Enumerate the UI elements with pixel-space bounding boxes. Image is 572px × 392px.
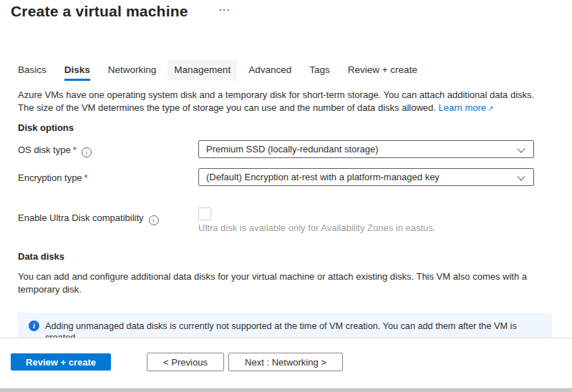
chevron-down-icon: [517, 144, 525, 152]
create-vm-page: Create a virtual machine ··· Basics Disk…: [0, 0, 572, 392]
disk-options-heading: Disk options: [18, 122, 74, 133]
tab-review-create[interactable]: Review + create: [348, 60, 417, 81]
ultra-disk-helper-text: Ultra disk is available only for Availab…: [198, 222, 435, 233]
ultra-disk-label-text: Enable Ultra Disk compatibility: [18, 212, 144, 223]
os-disk-type-label: OS disk type*i: [18, 144, 92, 157]
encryption-type-value: (Default) Encryption at-rest with a plat…: [206, 172, 440, 182]
review-create-button[interactable]: Review + create: [11, 353, 111, 371]
intro-text: Azure VMs have one operating system disk…: [18, 89, 559, 114]
data-disks-description: You can add and configure additional dat…: [18, 270, 551, 295]
encryption-type-label-text: Encryption type: [18, 172, 82, 183]
window-bottom-edge: [0, 388, 572, 392]
intro-line2: The size of the VM determines the type o…: [18, 102, 436, 113]
tab-networking[interactable]: Networking: [108, 60, 157, 81]
external-link-icon: ↗: [488, 104, 493, 112]
tab-bar: Basics Disks Networking Management Advan…: [18, 60, 417, 81]
data-disks-heading: Data disks: [18, 251, 64, 262]
os-disk-type-value: Premium SSD (locally-redundant storage): [206, 144, 379, 155]
required-asterisk: *: [84, 172, 88, 183]
ultra-disk-checkbox[interactable]: [198, 207, 211, 220]
chevron-down-icon: [517, 172, 525, 180]
tab-tags[interactable]: Tags: [309, 60, 330, 81]
info-icon[interactable]: i: [82, 147, 92, 157]
intro-line1: Azure VMs have one operating system disk…: [18, 89, 559, 102]
learn-more-link[interactable]: Learn more: [439, 102, 486, 113]
info-banner-icon: i: [29, 320, 39, 331]
tab-basics[interactable]: Basics: [18, 60, 47, 81]
os-disk-type-select[interactable]: Premium SSD (locally-redundant storage): [198, 140, 534, 158]
footer-bar: Review + create < Previous Next : Networ…: [0, 338, 572, 388]
page-title: Create a virtual machine: [11, 3, 188, 20]
info-icon[interactable]: i: [149, 215, 159, 225]
previous-button[interactable]: < Previous: [147, 353, 224, 371]
tab-management[interactable]: Management: [168, 60, 237, 81]
os-disk-type-label-text: OS disk type: [18, 144, 71, 155]
more-options-icon[interactable]: ···: [219, 4, 231, 15]
ultra-disk-label: Enable Ultra Disk compatibilityi: [18, 212, 159, 225]
tab-disks[interactable]: Disks: [64, 60, 90, 81]
encryption-type-label: Encryption type*: [18, 172, 88, 183]
next-networking-button[interactable]: Next : Networking >: [228, 353, 343, 371]
tab-advanced[interactable]: Advanced: [248, 60, 291, 81]
encryption-type-select[interactable]: (Default) Encryption at-rest with a plat…: [198, 168, 534, 186]
required-asterisk: *: [73, 144, 77, 155]
